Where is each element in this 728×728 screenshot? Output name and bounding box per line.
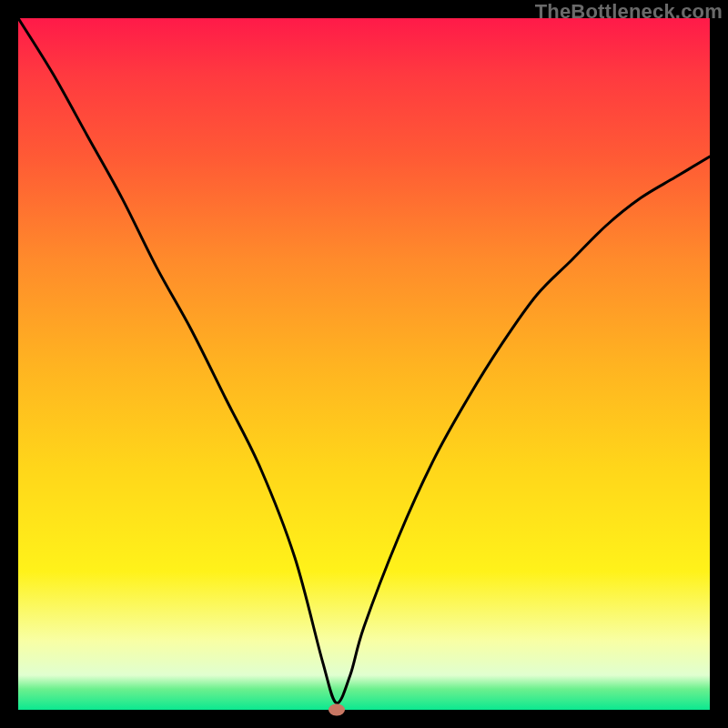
chart-frame: TheBottleneck.com [0,0,728,728]
plot-area [18,18,710,710]
bottleneck-curve [18,18,710,710]
minimum-marker [329,704,345,716]
watermark-text: TheBottleneck.com [535,0,723,24]
